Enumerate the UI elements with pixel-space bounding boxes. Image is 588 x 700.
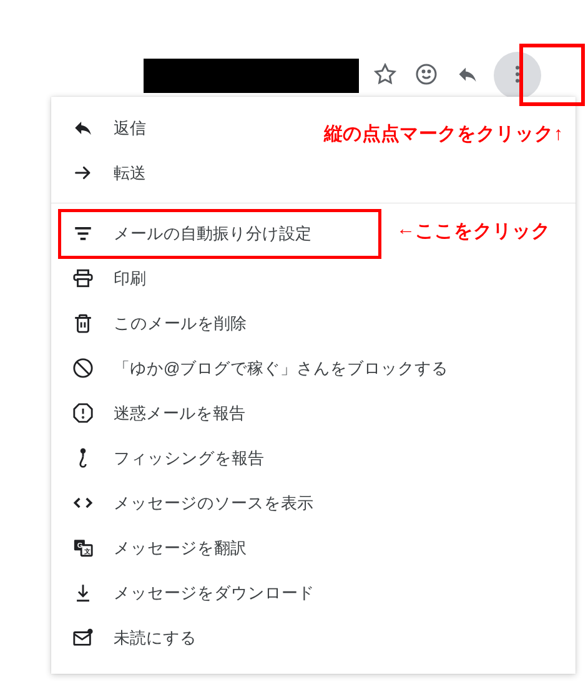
- menu-label: 「ゆか@ブログで稼ぐ」さんをブロックする: [114, 357, 448, 379]
- menu-forward[interactable]: 転送: [51, 150, 576, 195]
- svg-rect-7: [78, 279, 89, 286]
- menu-divider: [51, 203, 576, 203]
- menu-download[interactable]: メッセージをダウンロード: [51, 570, 576, 615]
- svg-point-0: [417, 65, 436, 84]
- svg-point-11: [82, 417, 83, 417]
- more-options-button[interactable]: [494, 52, 541, 99]
- forward-icon: [72, 162, 94, 183]
- svg-point-18: [87, 629, 93, 634]
- translate-icon: G文: [72, 537, 94, 558]
- menu-translate[interactable]: G文 メッセージを翻訳: [51, 525, 576, 570]
- svg-text:G: G: [77, 542, 83, 549]
- svg-text:文: 文: [84, 548, 91, 555]
- svg-point-2: [428, 70, 430, 72]
- reply-button[interactable]: [453, 61, 483, 90]
- annotation-filter-menu: ←ここをクリック: [396, 218, 551, 244]
- svg-point-1: [423, 70, 424, 72]
- menu-label: 転送: [114, 162, 146, 184]
- svg-point-12: [81, 449, 85, 453]
- menu-label: メールの自動振り分け設定: [114, 223, 311, 245]
- download-icon: [72, 582, 94, 603]
- menu-unread[interactable]: 未読にする: [51, 615, 576, 660]
- block-icon: [72, 357, 94, 379]
- trash-icon: [72, 313, 94, 334]
- menu-block[interactable]: 「ゆか@ブログで稼ぐ」さんをブロックする: [51, 346, 576, 391]
- reply-icon: [72, 117, 94, 139]
- print-icon: [72, 268, 94, 289]
- menu-label: メッセージを翻訳: [114, 537, 247, 559]
- svg-point-5: [516, 79, 519, 83]
- code-icon: [72, 492, 94, 513]
- svg-line-9: [77, 362, 89, 374]
- menu-label: メッセージをダウンロード: [114, 582, 315, 604]
- phishing-icon: [72, 447, 94, 469]
- email-toolbar: [144, 53, 576, 98]
- menu-delete[interactable]: このメールを削除: [51, 301, 576, 346]
- filter-icon: [72, 223, 94, 244]
- menu-phishing[interactable]: フィッシングを報告: [51, 435, 576, 480]
- menu-print[interactable]: 印刷: [51, 256, 576, 301]
- redacted-sender: [144, 59, 359, 93]
- menu-spam[interactable]: 迷惑メールを報告: [51, 391, 576, 435]
- smile-icon: [415, 63, 438, 88]
- annotation-more-button: 縦の点点マークをクリック↑: [324, 121, 563, 147]
- spam-icon: [72, 402, 94, 424]
- reply-icon: [456, 63, 479, 88]
- menu-label: 印刷: [114, 268, 146, 289]
- star-button[interactable]: [370, 61, 400, 90]
- menu-label: このメールを削除: [114, 313, 247, 334]
- menu-label: 未読にする: [114, 627, 197, 649]
- menu-source[interactable]: メッセージのソースを表示: [51, 480, 576, 525]
- emoji-button[interactable]: [411, 61, 441, 90]
- menu-label: 返信: [114, 117, 146, 139]
- more-options-menu: 返信 転送 メールの自動振り分け設定 印刷 このメールを削除: [51, 97, 576, 674]
- menu-label: 迷惑メールを報告: [114, 402, 245, 424]
- more-vert-icon: [506, 63, 529, 88]
- svg-point-3: [516, 66, 519, 70]
- unread-icon: [72, 627, 94, 648]
- menu-label: メッセージのソースを表示: [114, 492, 313, 514]
- star-icon: [374, 63, 396, 88]
- svg-point-4: [516, 72, 519, 76]
- menu-label: フィッシングを報告: [114, 447, 264, 469]
